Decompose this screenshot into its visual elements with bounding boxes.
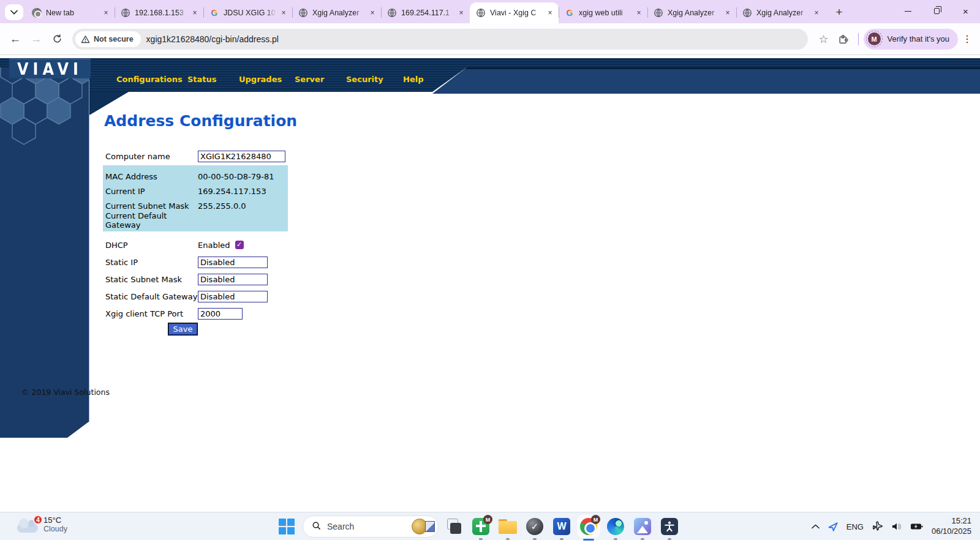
nav-upgrades[interactable]: Upgrades: [239, 75, 282, 84]
forward-button[interactable]: →: [26, 29, 47, 50]
avatar-ring: M: [866, 31, 883, 47]
search-icon: [312, 521, 321, 532]
tab-close-icon[interactable]: ×: [812, 8, 821, 18]
security-chip[interactable]: Not secure: [75, 31, 141, 47]
maximize-button[interactable]: [922, 0, 951, 22]
static-gateway-label: Static Default Gateway: [105, 292, 198, 301]
location-icon[interactable]: [827, 521, 839, 532]
nav-security[interactable]: Security: [346, 75, 383, 84]
extensions-button[interactable]: [834, 29, 853, 49]
file-explorer-button[interactable]: [499, 517, 517, 536]
tab-title: Xgig Analyzer: [756, 9, 810, 17]
browser-menu-button[interactable]: ⋮: [958, 33, 976, 45]
static-gateway-input[interactable]: [198, 291, 268, 302]
save-button[interactable]: Save: [168, 323, 197, 335]
close-icon: ×: [963, 6, 968, 17]
tab-8[interactable]: Xgig Analyzer×: [647, 2, 736, 23]
sidebar: [0, 67, 89, 438]
tab-4[interactable]: Xgig Analyzer×: [292, 2, 381, 23]
tcp-port-label: Xgig client TCP Port: [105, 309, 198, 318]
tab-close-icon[interactable]: ×: [190, 8, 200, 18]
tab-5[interactable]: 169.254.117.1×: [381, 2, 470, 23]
taskbar-apps: M ✓ W M: [445, 517, 679, 536]
static-subnet-label: Static Subnet Mask: [105, 275, 198, 284]
app-check-circle[interactable]: ✓: [526, 517, 544, 536]
close-button[interactable]: ×: [951, 0, 980, 22]
chrome-icon: M: [580, 518, 597, 535]
tray-chevron-button[interactable]: [812, 524, 820, 529]
tcp-port-row: Xgig client TCP Port: [105, 305, 702, 322]
folder-icon: [499, 519, 517, 534]
tab-title: xgig web utili: [579, 9, 633, 17]
clock[interactable]: 15:21 06/10/2025: [932, 516, 971, 537]
tab-close-icon[interactable]: ×: [368, 8, 377, 18]
tab-close-icon[interactable]: ×: [545, 8, 555, 18]
copyright-text: © 2019 Viavi Solutions: [21, 388, 110, 397]
minimize-button[interactable]: [894, 0, 922, 22]
m-badge: M: [591, 515, 600, 524]
address-bar[interactable]: Not secure xgig1k21628480/cgi-bin/addres…: [72, 29, 808, 50]
tab-search-button[interactable]: [5, 4, 23, 20]
airplane-icon[interactable]: [872, 521, 883, 533]
tab-close-icon[interactable]: ×: [456, 8, 466, 18]
tcp-port-input[interactable]: [198, 308, 243, 320]
tab-6[interactable]: Viavi - Xgig C×: [470, 2, 559, 23]
new-tab-button[interactable]: +: [831, 4, 848, 21]
tab-7[interactable]: Gxgig web utili×: [559, 2, 647, 23]
nav-status[interactable]: Status: [187, 75, 217, 84]
nav-server[interactable]: Server: [295, 75, 324, 84]
battery-icon[interactable]: [910, 522, 924, 531]
app-green-cross[interactable]: M: [472, 517, 490, 536]
language-indicator[interactable]: ENG: [846, 522, 864, 531]
tab-1[interactable]: New tab×: [26, 2, 115, 23]
nav-configurations[interactable]: Configurations: [116, 75, 183, 84]
tab-close-icon[interactable]: ×: [723, 8, 733, 18]
edge-button[interactable]: [606, 517, 625, 536]
tab-2[interactable]: 192.168.1.153×: [115, 2, 203, 23]
tab-9[interactable]: Xgig Analyzer×: [736, 2, 825, 23]
task-view-button[interactable]: [445, 517, 463, 536]
tab-title: Xgig Analyzer: [312, 9, 366, 17]
toolbar-separator: [858, 33, 859, 45]
running-indicator: [668, 538, 671, 540]
profile-label: Verify that it's you: [888, 34, 949, 43]
start-button[interactable]: [279, 519, 295, 534]
bookmark-star-button[interactable]: ☆: [814, 29, 834, 49]
edge-icon: [607, 518, 624, 535]
weather-widget[interactable]: 4 15°C Cloudy: [17, 515, 67, 533]
dhcp-row: DHCP Enabled ✓: [105, 236, 702, 253]
profile-chip[interactable]: M Verify that it's you: [864, 29, 958, 50]
nav-help[interactable]: Help: [403, 75, 423, 84]
globe-favicon-icon: [654, 8, 663, 18]
static-subnet-input[interactable]: [198, 274, 268, 285]
chrome-button[interactable]: M: [579, 517, 598, 536]
computer-name-input[interactable]: [198, 151, 285, 162]
mac-address-label: MAC Address: [105, 172, 198, 181]
main-content: Address Configuration Computer name MAC …: [89, 92, 702, 335]
running-indicator: [506, 538, 510, 540]
tab-3[interactable]: GJDSU XGIG 10×: [203, 2, 292, 23]
static-ip-input[interactable]: [198, 257, 268, 268]
weather-temp: 15°C: [43, 515, 67, 525]
warning-icon: [81, 35, 90, 43]
globe-favicon-icon: [298, 8, 308, 18]
back-button[interactable]: ←: [5, 29, 26, 50]
accessibility-button[interactable]: [660, 517, 679, 536]
photos-button[interactable]: [633, 517, 652, 536]
taskbar-search[interactable]: Search: [303, 515, 439, 538]
active-indicator: [583, 539, 594, 541]
dhcp-checkbox[interactable]: ✓: [235, 241, 244, 249]
header-right-band: [432, 67, 980, 94]
viavi-logo-text: VIAVI: [17, 59, 83, 78]
reload-button[interactable]: [47, 29, 67, 50]
volume-icon[interactable]: [891, 522, 902, 531]
tab-close-icon[interactable]: ×: [101, 8, 111, 18]
tab-close-icon[interactable]: ×: [279, 8, 288, 18]
web-page: VIAVI ConfigurationsStatusUpgradesServer…: [0, 55, 980, 512]
page-title: Address Configuration: [104, 112, 702, 130]
word-button[interactable]: W: [552, 517, 571, 536]
tab-close-icon[interactable]: ×: [634, 8, 644, 18]
tab-title: 192.168.1.153: [135, 9, 189, 17]
globe-favicon-icon: [387, 8, 397, 18]
hexagon-pattern: [0, 67, 89, 159]
